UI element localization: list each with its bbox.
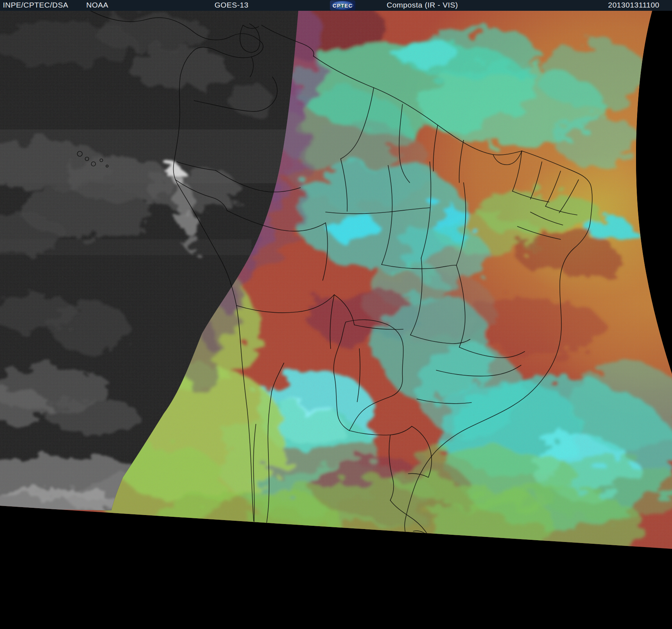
satellite-image-canvas xyxy=(0,11,672,629)
screen: { "header": { "agency": "INPE/CPTEC/DSA"… xyxy=(0,0,672,629)
noaa-label: NOAA xyxy=(86,1,109,9)
satellite-composite-image xyxy=(0,11,672,629)
agency-label: INPE/CPTEC/DSA xyxy=(3,1,68,9)
satellite-label: GOES-13 xyxy=(215,1,249,9)
cptec-logo-icon: CPTEC xyxy=(330,0,355,10)
logo-text: CPTEC xyxy=(333,3,353,9)
timestamp-label: 201301311100 xyxy=(608,1,659,9)
header-bar: INPE/CPTEC/DSA NOAA GOES-13 CPTEC Compos… xyxy=(0,0,672,11)
product-label: Composta (IR - VIS) xyxy=(387,1,458,9)
